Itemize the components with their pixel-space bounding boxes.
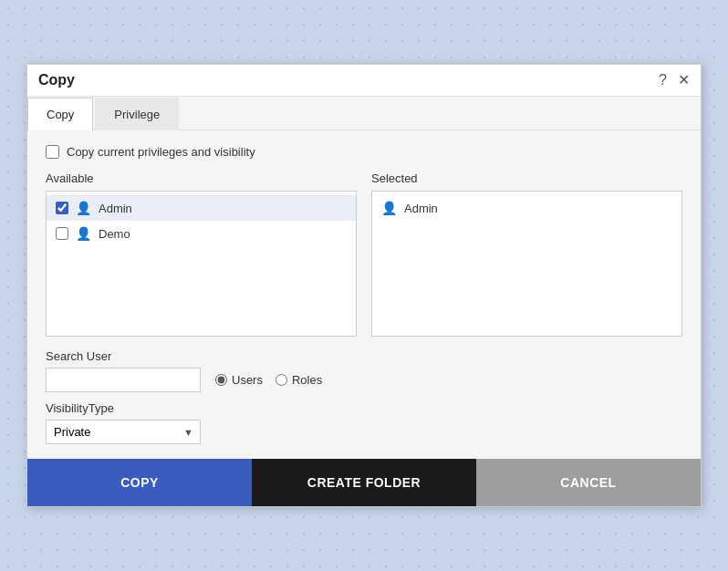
list-item[interactable]: 👤 Admin	[47, 195, 356, 221]
titlebar-icons: ? ✕	[659, 73, 690, 88]
close-icon[interactable]: ✕	[678, 73, 690, 88]
cancel-button[interactable]: CANCEL	[476, 459, 701, 506]
radio-users-label: Users	[232, 373, 263, 387]
selected-admin-label: Admin	[404, 202, 438, 215]
list-item[interactable]: 👤 Demo	[47, 221, 356, 246]
visibility-row: VisibilityType Private Public Shared ▼	[46, 401, 682, 444]
visibility-select[interactable]: Private Public Shared	[46, 420, 201, 444]
create-folder-button[interactable]: CREATE FOLDER	[252, 459, 476, 506]
radio-group: Users Roles	[215, 373, 322, 387]
visibility-select-wrapper: Private Public Shared ▼	[46, 420, 201, 444]
dialog-body: Copy Privilege Copy current privileges a…	[27, 97, 701, 459]
tabs-container: Copy Privilege	[27, 97, 701, 130]
copy-privileges-checkbox[interactable]	[46, 145, 59, 159]
radio-roles-label: Roles	[292, 373, 322, 387]
selected-list: 👤 Admin	[371, 191, 682, 337]
search-user-input[interactable]	[46, 368, 201, 392]
help-icon[interactable]: ?	[659, 73, 667, 88]
tab-copy[interactable]: Copy	[27, 98, 93, 130]
tab-privilege[interactable]: Privilege	[95, 98, 179, 130]
available-label: Available	[46, 171, 357, 185]
copy-privileges-row: Copy current privileges and visibility	[46, 145, 682, 159]
list-item[interactable]: 👤 Admin	[372, 195, 681, 221]
available-admin-checkbox[interactable]	[56, 202, 68, 214]
dialog-titlebar: Copy ? ✕	[27, 65, 701, 97]
radio-users[interactable]: Users	[215, 373, 263, 387]
available-list: 👤 Admin 👤 Demo	[46, 191, 357, 337]
dialog-background: Copy ? ✕ Copy Privilege	[0, 0, 728, 571]
search-user-row: Search User Users Roles	[46, 349, 682, 392]
dialog: Copy ? ✕ Copy Privilege	[26, 64, 702, 507]
available-column: Available 👤 Admin 👤	[46, 171, 357, 337]
available-admin-label: Admin	[99, 202, 132, 215]
tab-content: Copy current privileges and visibility A…	[27, 130, 701, 459]
columns-row: Available 👤 Admin 👤	[46, 171, 682, 337]
dialog-title: Copy	[38, 72, 75, 88]
copy-privileges-label: Copy current privileges and visibility	[67, 145, 255, 159]
dialog-footer: COPY CREATE FOLDER CANCEL	[27, 459, 701, 506]
search-input-row: Users Roles	[46, 368, 682, 392]
selected-column: Selected 👤 Admin	[371, 171, 682, 337]
user-icon: 👤	[381, 201, 397, 215]
user-icon: 👤	[76, 226, 91, 241]
radio-roles-input[interactable]	[276, 374, 287, 386]
selected-label: Selected	[371, 171, 682, 185]
available-demo-label: Demo	[99, 227, 130, 241]
visibility-label: VisibilityType	[46, 401, 682, 415]
search-user-label: Search User	[46, 349, 682, 363]
copy-button[interactable]: COPY	[27, 459, 252, 506]
radio-users-input[interactable]	[215, 374, 227, 386]
radio-roles[interactable]: Roles	[276, 373, 322, 387]
available-demo-checkbox[interactable]	[56, 227, 68, 240]
user-icon: 👤	[76, 201, 91, 215]
